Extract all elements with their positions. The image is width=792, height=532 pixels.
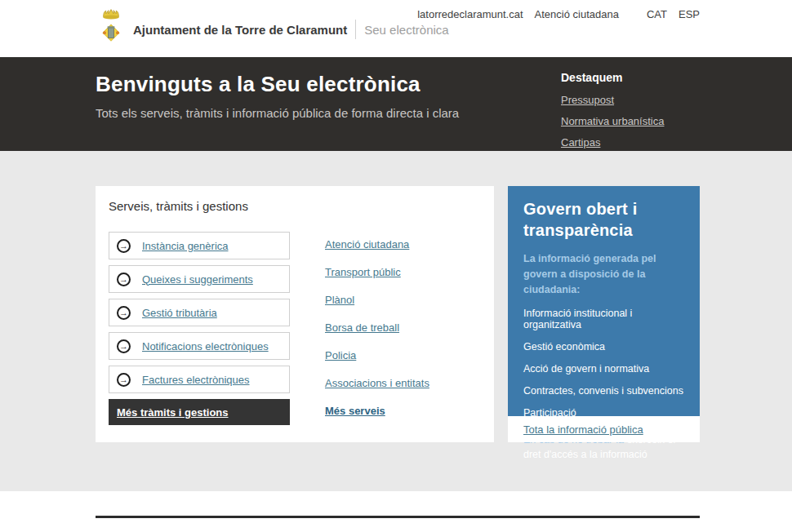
arrow-right-circle-icon: → (117, 239, 131, 253)
serveis-link-item: Policia (325, 348, 429, 375)
govern-footer: Tota la informació pública (508, 416, 700, 442)
tramit-button[interactable]: → Queixes i suggeriments (109, 265, 290, 293)
tramits-list: → Instància genèrica → Queixes i suggeri… (109, 232, 290, 399)
tramit-link[interactable]: Queixes i suggeriments (142, 273, 253, 286)
more-tramits-button[interactable]: Més tràmits i gestions (109, 399, 290, 425)
govern-intro: La informació generada pel govern a disp… (523, 251, 684, 297)
serveis-link-item: Plànol (325, 292, 429, 320)
hero-banner: Benvinguts a la Seu electrònica Tots els… (0, 57, 792, 151)
content-area: Serveis, tràmits i gestions → Instància … (0, 151, 792, 491)
tramit-button[interactable]: → Notificacions electròniques (109, 332, 290, 360)
arrow-right-circle-icon: → (117, 306, 131, 320)
footer-zone (0, 491, 792, 532)
tramit-link[interactable]: Gestió tributària (142, 307, 217, 319)
destaquem-link-item: Pressupost (561, 92, 741, 107)
destaquem-link[interactable]: Cartipas (561, 136, 600, 149)
arrow-right-circle-icon: → (117, 339, 131, 353)
serveis-card: Serveis, tràmits i gestions → Instància … (96, 186, 494, 442)
serveis-link[interactable]: Associacions i entitats (325, 377, 429, 389)
coat-of-arms-icon (96, 7, 127, 52)
serveis-link[interactable]: Policia (325, 349, 356, 361)
serveis-more-item: Més serveis (325, 403, 429, 431)
lang-cat-link[interactable]: CAT (647, 8, 667, 20)
serveis-link[interactable]: Borsa de treball (325, 321, 399, 334)
arrow-right-circle-icon: → (117, 373, 131, 387)
site-title: Ajuntament de la Torre de Claramunt (133, 23, 347, 37)
more-serveis-link[interactable]: Més serveis (325, 405, 385, 417)
tramit-link[interactable]: Factures electròniques (142, 374, 250, 386)
destaquem-link-item: Cartipas (561, 135, 741, 149)
serveis-links-list: Atenció ciutadana Transport públic Plàno… (325, 237, 429, 431)
page-subtitle: Tots els serveis, tràmits i informació p… (96, 106, 536, 120)
serveis-link-item: Atenció ciutadana (325, 237, 429, 264)
destaquem-link[interactable]: Normativa urbanística (561, 115, 664, 127)
footer-divider (96, 516, 700, 518)
arrow-right-circle-icon: → (117, 273, 131, 286)
govern-panel: Govern obert i transparència La informac… (508, 186, 700, 416)
atencio-ciutadana-link[interactable]: Atenció ciutadana (535, 8, 619, 20)
tramit-button[interactable]: → Gestió tributària (109, 299, 290, 326)
hero-content: Benvinguts a la Seu electrònica Tots els… (96, 72, 536, 120)
tramit-link[interactable]: Instància genèrica (142, 240, 229, 252)
serveis-link-item: Associacions i entitats (325, 375, 429, 403)
serveis-link-item: Transport públic (325, 264, 429, 292)
destaquem-link-item: Normativa urbanística (561, 113, 741, 128)
more-tramits-label: Més tràmits i gestions (117, 406, 229, 419)
tramit-button[interactable]: → Instància genèrica (109, 232, 290, 259)
tramit-button[interactable]: → Factures electròniques (109, 366, 290, 393)
govern-item: Acció de govern i normativa (523, 363, 684, 375)
destaquem-heading: Destaquem (561, 71, 741, 84)
govern-card: Govern obert i transparència La informac… (508, 186, 700, 442)
govern-items-list: Informació institucional i organitzativa… (523, 308, 684, 419)
govern-item: Gestió econòmica (523, 341, 684, 352)
page-title: Benvinguts a la Seu electrònica (96, 72, 536, 97)
topbar-links: latorredeclaramunt.cat Atenció ciutadana… (417, 8, 700, 20)
tota-informacio-link[interactable]: Tota la informació pública (523, 423, 643, 436)
top-bar: latorredeclaramunt.cat Atenció ciutadana… (0, 0, 792, 57)
serveis-heading: Serveis, tràmits i gestions (109, 199, 248, 213)
brand[interactable]: Ajuntament de la Torre de Claramunt Seu … (96, 7, 449, 52)
destaquem-link[interactable]: Pressupost (561, 94, 614, 106)
govern-heading: Govern obert i transparència (523, 198, 684, 241)
brand-divider (355, 20, 356, 39)
site-subtitle: Seu electrònica (364, 23, 448, 37)
govern-item: Contractes, convenis i subvencions (523, 385, 684, 397)
tramit-link[interactable]: Notificacions electròniques (142, 340, 269, 352)
destaquem-links: Pressupost Normativa urbanística Cartipa… (561, 92, 741, 149)
serveis-link[interactable]: Atenció ciutadana (325, 238, 409, 250)
serveis-link[interactable]: Transport públic (325, 266, 401, 278)
destaquem-panel: Destaquem Pressupost Normativa urbanísti… (561, 71, 741, 156)
govern-item: Informació institucional i organitzativa (523, 308, 684, 330)
serveis-link[interactable]: Plànol (325, 294, 354, 306)
lang-esp-link[interactable]: ESP (679, 8, 700, 20)
serveis-link-item: Borsa de treball (325, 320, 429, 348)
